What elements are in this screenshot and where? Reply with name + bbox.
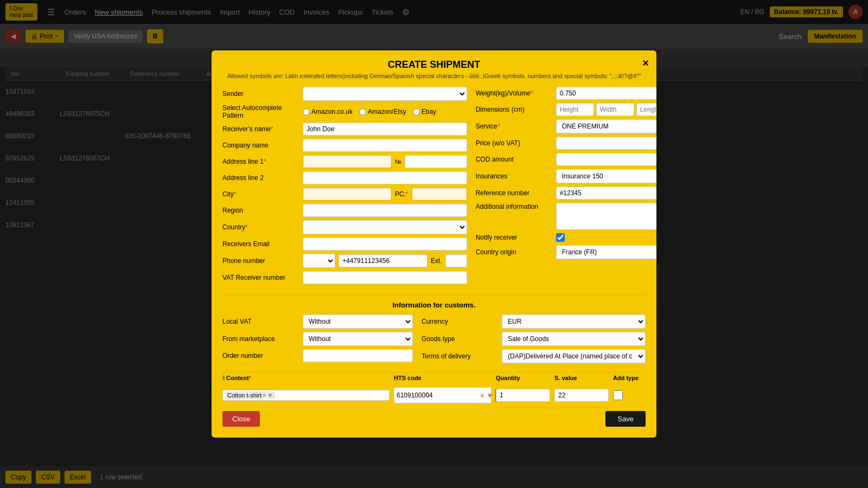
address1-label: Address line 1* xyxy=(222,158,298,165)
content-table-header: ℹ Content* HTS code Quantity S. value Ad… xyxy=(222,372,646,384)
region-label: Region xyxy=(222,207,298,214)
city-inputs: PC:* xyxy=(303,188,467,201)
company-name-row: Company name xyxy=(222,139,467,152)
country-origin-row: Country origin France (FR) xyxy=(476,245,656,259)
country-origin-select[interactable]: France (FR) xyxy=(556,245,656,259)
terms-label: Terms of delivery xyxy=(422,352,497,360)
cod-input[interactable] xyxy=(556,153,656,166)
dimensions-label: Dimensions (cm) xyxy=(476,106,552,113)
insurances-row: Insurances Insurance 150 xyxy=(476,169,656,183)
phone-country-select[interactable] xyxy=(303,254,335,268)
autocomplete-amazon-co-uk[interactable]: Amazon.co.uk xyxy=(303,108,353,115)
vat-input[interactable] xyxy=(303,271,467,284)
city-input[interactable] xyxy=(303,188,392,201)
length-input[interactable] xyxy=(636,103,656,116)
currency-label: Currency xyxy=(422,318,497,325)
content-tag: Cotton t-shirt × ▼ xyxy=(225,391,275,399)
region-row: Region xyxy=(222,204,467,217)
price-input[interactable] xyxy=(556,137,656,150)
address1-input[interactable] xyxy=(303,155,392,168)
add-type-checkbox[interactable] xyxy=(613,390,623,400)
notify-label: Notify receiver xyxy=(476,234,552,241)
goods-type-select[interactable]: Sale of Goods xyxy=(502,332,646,346)
receivers-email-input[interactable] xyxy=(303,237,467,251)
country-label: Country* xyxy=(222,223,298,231)
service-label: Service* xyxy=(476,123,552,130)
svalue-input[interactable] xyxy=(554,389,609,402)
local-vat-select[interactable]: Without xyxy=(303,314,413,329)
reference-number-row: Reference number xyxy=(476,187,656,200)
address2-label: Address line 2 xyxy=(222,174,298,182)
price-label: Price (w/o VAT) xyxy=(476,139,552,147)
insurances-label: Insurances xyxy=(476,172,552,180)
modal-subtitle: Allowed symbols are: Latin extended lett… xyxy=(222,73,646,79)
autocomplete-radio-group: Amazon.co.uk Amazon/Etsy Ebay xyxy=(303,108,436,115)
phone-input[interactable] xyxy=(339,254,427,267)
modal-close-button[interactable]: × xyxy=(642,57,649,69)
content-tag-dropdown[interactable]: ▼ xyxy=(267,392,273,399)
terms-select[interactable]: (DAP)Delivered At Place (named place of … xyxy=(502,349,646,363)
service-select[interactable]: ONE PREMIUM xyxy=(556,119,656,133)
company-name-label: Company name xyxy=(222,142,298,149)
from-marketplace-label: From marketplace xyxy=(222,335,298,343)
notify-checkbox[interactable] xyxy=(556,233,565,242)
from-marketplace-select[interactable]: Without xyxy=(303,332,413,346)
phone-inputs: Ext. xyxy=(303,254,467,268)
dimension-inputs xyxy=(556,103,656,116)
quantity-input[interactable] xyxy=(496,389,550,402)
customs-title: Information for customs. xyxy=(222,301,646,309)
no-label: № xyxy=(395,158,401,165)
phone-label: Phone number xyxy=(222,257,298,265)
order-number-row: Order number xyxy=(222,349,413,362)
modal-left-col: Sender Select Autocomplete Pattern Amazo… xyxy=(222,87,467,287)
additional-info-label: Additional information xyxy=(476,203,552,210)
info-icon: ℹ xyxy=(222,375,225,381)
hts-dropdown-icon[interactable]: ▼ xyxy=(487,391,494,400)
company-name-input[interactable] xyxy=(303,139,467,152)
pc-input[interactable] xyxy=(412,188,467,201)
close-modal-button[interactable]: Close xyxy=(222,411,260,427)
content-tag-remove[interactable]: × xyxy=(263,392,266,399)
weight-input[interactable] xyxy=(556,87,656,100)
svalue-col-header: S. value xyxy=(554,375,609,382)
address2-row: Address line 2 xyxy=(222,171,467,184)
order-number-input[interactable] xyxy=(303,349,413,362)
autocomplete-amazon-etsy[interactable]: Amazon/Etsy xyxy=(359,108,406,115)
address2-input[interactable] xyxy=(303,171,467,184)
autocomplete-row: Select Autocomplete Pattern Amazon.co.uk… xyxy=(222,104,467,119)
reference-number-input[interactable] xyxy=(556,187,656,200)
modal-footer: Close Save xyxy=(222,411,646,427)
phone-ext-input[interactable] xyxy=(445,254,467,267)
price-row: Price (w/o VAT) xyxy=(476,137,656,150)
save-modal-button[interactable]: Save xyxy=(605,411,646,427)
ext-label: Ext. xyxy=(431,257,442,265)
content-tag-input[interactable]: Cotton t-shirt × ▼ xyxy=(222,390,390,401)
city-row: City* PC:* xyxy=(222,188,467,201)
hts-code-input[interactable] xyxy=(397,391,478,399)
width-input[interactable] xyxy=(596,103,634,116)
vat-row: VAT Receiver number xyxy=(222,271,467,284)
address1-inputs: № xyxy=(303,155,467,168)
vat-label: VAT Receiver number xyxy=(222,274,298,281)
dimensions-row: Dimensions (cm) xyxy=(476,103,656,116)
additional-info-textarea[interactable] xyxy=(556,203,656,230)
country-select[interactable] xyxy=(303,220,467,234)
modal-body: Sender Select Autocomplete Pattern Amazo… xyxy=(222,87,646,287)
customs-section: Information for customs. Local VAT Witho… xyxy=(222,295,646,403)
cod-row: COD amount EUR xyxy=(476,153,656,166)
content-col-header: ℹ Content* xyxy=(222,375,390,382)
currency-select[interactable]: EUR xyxy=(502,314,646,329)
receiver-name-input[interactable] xyxy=(303,123,467,136)
height-input[interactable] xyxy=(556,103,594,116)
region-input[interactable] xyxy=(303,204,467,217)
hts-clear-button[interactable]: × xyxy=(480,391,484,400)
weight-row: Weight(kg)/Volume* xyxy=(476,87,656,100)
content-table-row: Cotton t-shirt × ▼ × ▼ 🔍 xyxy=(222,387,646,403)
sender-select[interactable] xyxy=(303,87,467,101)
terms-row: Terms of delivery (DAP)Delivered At Plac… xyxy=(422,349,646,363)
autocomplete-ebay[interactable]: Ebay xyxy=(413,108,436,115)
create-shipment-modal: × CREATE SHIPMENT Allowed symbols are: L… xyxy=(212,50,656,438)
address1-no-input[interactable] xyxy=(405,155,467,168)
notify-checkbox-row xyxy=(556,233,565,242)
insurances-select[interactable]: Insurance 150 xyxy=(556,169,656,183)
